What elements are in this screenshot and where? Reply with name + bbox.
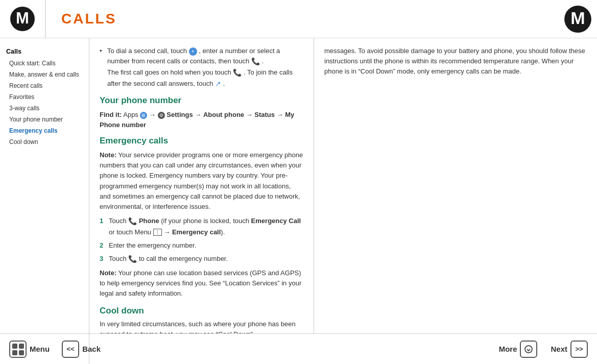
- app-footer: Menu << Back More Next >>: [0, 333, 597, 364]
- sidebar-item-calls[interactable]: Calls: [4, 46, 85, 58]
- note-label-2: Note:: [100, 269, 116, 277]
- menu-icon: [9, 341, 27, 358]
- main-layout: Calls Quick start: Calls Make, answer & …: [0, 38, 597, 333]
- next-label: Next: [551, 345, 567, 353]
- sidebar-item-quick-start[interactable]: Quick start: Calls: [4, 58, 85, 69]
- motorola-logo-right-icon: M: [564, 5, 592, 33]
- phone-blue-icon: 📞: [128, 216, 137, 227]
- step-3: 3 Touch 📞 to call the emergency number.: [100, 254, 303, 265]
- sidebar-item-your-phone-number[interactable]: Your phone number: [4, 114, 85, 125]
- next-button[interactable]: Next >>: [546, 338, 592, 360]
- svg-text:M: M: [16, 9, 29, 27]
- add-call-icon: +: [189, 47, 197, 56]
- motorola-logo-left-icon: M: [10, 6, 35, 32]
- menu-label: Menu: [30, 345, 50, 353]
- phone-icon-3: 📞: [128, 254, 137, 265]
- apps-icon: ⊞: [140, 112, 147, 119]
- sidebar-item-3way-calls[interactable]: 3-way calls: [4, 103, 85, 114]
- right-panel: messages. To avoid possible damage to yo…: [314, 38, 597, 333]
- content-area: To dial a second call, touch + , enter a…: [89, 38, 597, 333]
- sidebar-item-favorites[interactable]: Favorites: [4, 91, 85, 103]
- step-1-num: 1: [100, 216, 109, 237]
- main-content-panel: To dial a second call, touch + , enter a…: [89, 38, 314, 333]
- step-1: 1 Touch 📞 Phone (if your phone is locked…: [100, 216, 303, 237]
- more-label: More: [499, 345, 517, 353]
- page-title: CALLS: [46, 11, 564, 27]
- step-3-num: 3: [100, 254, 109, 265]
- bullet-second-call: To dial a second call, touch + , enter a…: [100, 46, 303, 89]
- cool-down-heading: Cool down: [100, 306, 303, 316]
- sidebar-item-emergency-calls[interactable]: Emergency calls: [4, 125, 85, 136]
- sidebar-item-cool-down[interactable]: Cool down: [4, 136, 85, 148]
- note-text-2: Your phone can use location based servic…: [100, 269, 301, 297]
- footer-right-buttons: More Next >>: [89, 338, 597, 360]
- sidebar: Calls Quick start: Calls Make, answer & …: [0, 38, 89, 333]
- find-it-line: Find it: Apps ⊞ → ⚙ Settings → About pho…: [100, 110, 303, 130]
- settings-icon: ⚙: [158, 112, 165, 119]
- app-header: M CALLS M: [0, 0, 597, 38]
- sidebar-item-make-answer[interactable]: Make, answer & end calls: [4, 69, 85, 80]
- back-icon: <<: [62, 341, 79, 358]
- menu-dots-icon: ⋮: [153, 229, 162, 236]
- svg-text:M: M: [570, 8, 585, 28]
- cool-down-text: In very limited circumstances, such as w…: [100, 319, 303, 333]
- emergency-calls-heading: Emergency calls: [100, 136, 303, 146]
- right-panel-text: messages. To avoid possible damage to yo…: [324, 46, 587, 77]
- next-icon: >>: [570, 341, 588, 358]
- note-emergency: Note: Your service provider programs one…: [100, 150, 303, 212]
- footer-left-buttons: Menu << Back: [0, 334, 89, 364]
- step-2-num: 2: [100, 240, 109, 251]
- note-label-1: Note:: [100, 151, 116, 159]
- more-icon-svg: [524, 345, 533, 354]
- merge-icon: ↗: [215, 79, 221, 90]
- phone-icon-2: 📞: [233, 67, 242, 79]
- more-icon: [520, 341, 537, 358]
- step-1-text: Touch 📞 Phone (if your phone is locked, …: [109, 216, 303, 237]
- your-phone-number-heading: Your phone number: [100, 95, 303, 106]
- more-button[interactable]: More: [495, 338, 542, 360]
- svg-point-4: [525, 346, 532, 353]
- note-location: Note: Your phone can use location based …: [100, 268, 303, 299]
- logo-left-area: M: [0, 0, 46, 38]
- menu-button[interactable]: Menu: [5, 338, 54, 360]
- step-2: 2 Enter the emergency number.: [100, 240, 303, 251]
- step-3-text: Touch 📞 to call the emergency number.: [109, 254, 303, 265]
- phone-icon-1: 📞: [251, 56, 260, 67]
- sidebar-item-recent-calls[interactable]: Recent calls: [4, 80, 85, 91]
- find-it-label: Find it:: [100, 111, 122, 118]
- step-2-text: Enter the emergency number.: [109, 240, 303, 251]
- note-text-1: Your service provider programs one or mo…: [100, 151, 303, 210]
